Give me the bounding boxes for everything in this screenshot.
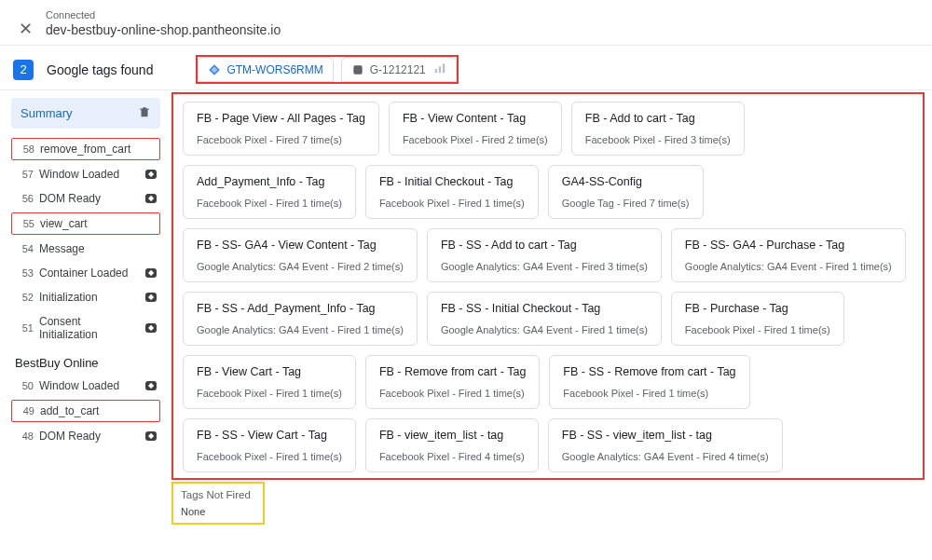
header-texts: Connected dev-bestbuy-online-shop.panthe… [46, 9, 281, 37]
tabs-highlight: GTM-WORS6RMM G-1212121 [196, 55, 458, 84]
tag-card[interactable]: FB - View Cart - TagFacebook Pixel - Fir… [183, 355, 356, 409]
tag-card-subtitle: Facebook Pixel - Fired 1 time(s) [197, 451, 342, 462]
tag-card-subtitle: Facebook Pixel - Fired 4 time(s) [379, 451, 525, 462]
event-number: 55 [16, 218, 34, 229]
connected-label: Connected [46, 9, 281, 20]
tag-card-title: FB - SS - view_item_list - tag [562, 429, 769, 442]
event-badge-icon: ◆ [145, 431, 157, 441]
tag-card[interactable]: FB - Page View - All Pages - TagFacebook… [183, 102, 379, 156]
sidebar-event-item[interactable]: 54Message [11, 239, 160, 259]
tag-card[interactable]: FB - SS - view_item_list - tagGoogle Ana… [548, 418, 783, 472]
event-badge-icon: ◆ [145, 170, 157, 179]
tag-card[interactable]: FB - Initial Checkout - TagFacebook Pixe… [365, 165, 539, 219]
tag-card[interactable]: FB - View Content - TagFacebook Pixel - … [389, 102, 562, 156]
sidebar-event-item[interactable]: 49add_to_cart [11, 400, 160, 422]
event-label: Window Loaded [39, 168, 140, 181]
tag-card[interactable]: Add_Payment_Info - TagFacebook Pixel - F… [183, 165, 356, 219]
sidebar-event-item[interactable]: 50Window Loaded◆ [11, 376, 160, 396]
tag-card-title: GA4-SS-Config [562, 175, 690, 188]
sidebar-event-item[interactable]: 51Consent Initialization◆ [11, 311, 160, 345]
event-list: 58remove_from_cart57Window Loaded◆56DOM … [11, 138, 160, 345]
ga-tab-label: G-1212121 [370, 63, 426, 76]
event-number: 58 [16, 143, 34, 155]
tag-card-subtitle: Facebook Pixel - Fired 3 time(s) [585, 134, 731, 145]
tag-card-title: FB - SS - Add_Payment_Info - Tag [197, 302, 404, 315]
site-url: dev-bestbuy-online-shop.pantheonsite.io [46, 22, 281, 37]
tag-card-subtitle: Facebook Pixel - Fired 1 time(s) [379, 198, 525, 209]
tag-card-subtitle: Facebook Pixel - Fired 2 time(s) [403, 134, 548, 145]
tag-card-subtitle: Facebook Pixel - Fired 1 time(s) [379, 388, 526, 399]
event-label: remove_from_cart [40, 143, 156, 156]
sidebar-event-item[interactable]: 55view_cart [11, 212, 160, 235]
tag-card-subtitle: Google Analytics: GA4 Event - Fired 1 ti… [441, 324, 648, 335]
tag-card-title: FB - SS - Add to cart - Tag [441, 239, 648, 252]
tag-card[interactable]: FB - SS - Remove from cart - TagFacebook… [549, 355, 749, 409]
tag-card[interactable]: FB - view_item_list - tagFacebook Pixel … [365, 418, 539, 472]
event-number: 56 [15, 193, 34, 204]
event-label: view_cart [40, 217, 156, 230]
sidebar: Summary 58remove_from_cart57Window Loade… [0, 90, 168, 525]
sidebar-event-item[interactable]: 57Window Loaded◆ [11, 164, 160, 184]
tag-card-title: FB - SS- GA4 - View Content - Tag [197, 239, 404, 252]
tag-card[interactable]: FB - Add to cart - TagFacebook Pixel - F… [571, 102, 745, 156]
svg-rect-3 [443, 63, 445, 73]
tag-card[interactable]: FB - Purchase - TagFacebook Pixel - Fire… [671, 292, 844, 346]
tag-card[interactable]: FB - SS - Add_Payment_Info - TagGoogle A… [183, 292, 418, 346]
gtm-tab[interactable]: GTM-WORS6RMM [198, 57, 333, 82]
titlebar: 2 Google tags found GTM-WORS6RMM G-12121… [0, 46, 932, 90]
tag-card-title: FB - Remove from cart - Tag [379, 365, 526, 378]
header: ✕ Connected dev-bestbuy-online-shop.pant… [0, 0, 932, 46]
bars-icon [433, 61, 446, 77]
tag-card-title: FB - Initial Checkout - Tag [379, 175, 525, 188]
event-number: 51 [15, 322, 34, 334]
event-list: 50Window Loaded◆49add_to_cart48DOM Ready… [11, 376, 160, 446]
event-label: add_to_cart [40, 404, 156, 417]
event-number: 52 [15, 292, 34, 303]
tag-card-subtitle: Google Analytics: GA4 Event - Fired 1 ti… [685, 261, 892, 272]
event-badge-icon: ◆ [145, 194, 157, 203]
tag-card-subtitle: Facebook Pixel - Fired 7 time(s) [197, 134, 365, 145]
trash-icon[interactable] [138, 105, 151, 121]
tag-card-subtitle: Google Analytics: GA4 Event - Fired 1 ti… [197, 324, 404, 335]
sidebar-event-item[interactable]: 53Container Loaded◆ [11, 263, 160, 283]
tag-card[interactable]: FB - SS - View Cart - TagFacebook Pixel … [183, 418, 356, 472]
sidebar-event-item[interactable]: 58remove_from_cart [11, 138, 160, 160]
event-label: Container Loaded [39, 266, 140, 280]
tag-card-subtitle: Google Tag - Fired 7 time(s) [562, 198, 690, 209]
tags-not-fired-title: Tags Not Fired [181, 489, 257, 500]
event-number: 57 [15, 169, 34, 180]
tag-card[interactable]: FB - SS - Add to cart - TagGoogle Analyt… [427, 228, 662, 282]
ga-tab[interactable]: G-1212121 [341, 57, 457, 82]
gtm-tab-label: GTM-WORS6RMM [226, 63, 322, 76]
tag-card-title: FB - SS- GA4 - Purchase - Tag [685, 239, 892, 252]
sidebar-event-item[interactable]: 56DOM Ready◆ [11, 188, 160, 209]
ga-icon [351, 63, 364, 76]
tag-card-title: FB - Add to cart - Tag [585, 112, 731, 125]
event-badge-icon: ◆ [145, 293, 157, 302]
tag-card[interactable]: FB - SS - Initial Checkout - TagGoogle A… [427, 292, 662, 346]
close-icon[interactable]: ✕ [19, 19, 33, 39]
tag-card[interactable]: FB - SS- GA4 - View Content - TagGoogle … [183, 228, 418, 282]
sidebar-event-item[interactable]: 52Initialization◆ [11, 287, 160, 307]
gtm-icon [208, 63, 221, 76]
tag-card-title: FB - View Content - Tag [403, 112, 548, 125]
tag-card[interactable]: FB - SS- GA4 - Purchase - TagGoogle Anal… [671, 228, 906, 282]
event-label: DOM Ready [39, 192, 140, 205]
tag-card-subtitle: Google Analytics: GA4 Event - Fired 3 ti… [441, 261, 648, 272]
event-number: 54 [15, 243, 34, 254]
tag-card[interactable]: FB - Remove from cart - TagFacebook Pixe… [365, 355, 540, 409]
tags-fired-highlight: FB - Page View - All Pages - TagFacebook… [171, 92, 925, 480]
page-title: Google tags found [47, 62, 153, 77]
body-layout: Summary 58remove_from_cart57Window Loade… [0, 90, 932, 525]
tags-not-fired-value: None [181, 506, 257, 517]
tag-card-subtitle: Google Analytics: GA4 Event - Fired 4 ti… [562, 451, 769, 462]
event-number: 48 [15, 430, 34, 442]
tag-card-title: FB - SS - Remove from cart - Tag [563, 365, 735, 378]
event-label: Initialization [39, 291, 140, 304]
sidebar-event-item[interactable]: 48DOM Ready◆ [11, 426, 160, 446]
tag-card-title: FB - View Cart - Tag [197, 365, 342, 378]
tag-card[interactable]: GA4-SS-ConfigGoogle Tag - Fired 7 time(s… [548, 165, 704, 219]
tag-card-subtitle: Google Analytics: GA4 Event - Fired 2 ti… [197, 261, 404, 272]
tag-card-title: FB - Page View - All Pages - Tag [197, 112, 365, 125]
sidebar-summary[interactable]: Summary [11, 98, 160, 129]
